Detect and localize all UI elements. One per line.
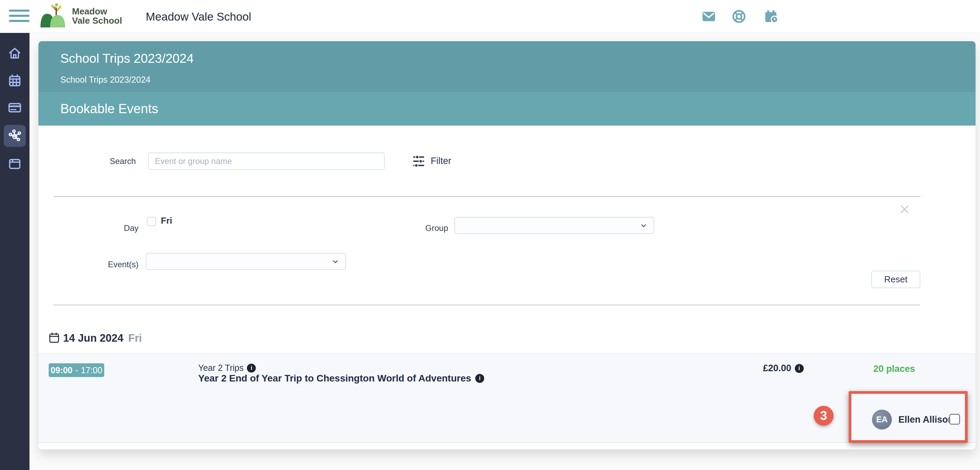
menu-icon[interactable] [9,10,31,25]
filter-sliders-icon [412,154,426,169]
home-icon [7,46,22,61]
reset-button[interactable]: Reset [871,271,920,288]
logo-line1: Meadow [72,7,122,16]
filter-label: Filter [431,156,451,166]
sidebar-item-pages[interactable] [4,153,26,175]
day-fri-label[interactable]: Fri [161,215,172,226]
event-row [38,354,975,443]
sidebar [0,33,30,470]
page-banner: School Trips 2023/2024 School Trips 2023… [38,41,975,92]
day-filter-label: Day [107,223,138,233]
sidebar-item-home[interactable] [4,42,26,64]
chevron-down-icon [638,220,649,231]
sidebar-item-clubs-events[interactable] [4,125,26,147]
events-card: School Trips 2023/2024 School Trips 2023… [38,41,975,449]
info-icon[interactable] [795,364,804,373]
chevron-down-icon [330,256,340,266]
logo-text: Meadow Vale School [72,7,122,27]
messages-icon[interactable] [701,9,716,24]
page-title: Meadow Vale School [146,10,251,23]
event-time-badge: 09:00 - 17:00 [49,363,104,377]
event-group-line: Year 2 Trips [198,363,256,373]
events-filter-label: Event(s) [80,260,138,269]
time-end: 17:00 [81,365,102,375]
search-label: Search [80,156,136,166]
time-separator: - [75,365,78,375]
hub-network-icon [7,128,22,143]
search-input[interactable] [148,152,385,170]
bookings-icon[interactable] [764,9,780,25]
info-icon[interactable] [475,374,484,383]
annotation-step-badge: 3 [814,406,834,426]
time-start: 09:00 [51,365,73,375]
sidebar-item-payments[interactable] [4,97,26,119]
banner-subtitle: School Trips 2023/2024 [60,75,151,85]
logo-hills-tree-icon [40,3,68,27]
group-select[interactable] [454,217,654,234]
event-group-name: Year 2 Trips [198,363,243,373]
event-price: £20.00 [763,363,791,374]
divider [54,196,920,197]
browser-icon [7,156,22,172]
filter-toggle[interactable]: Filter [412,152,451,170]
school-logo: Meadow Vale School [40,3,122,27]
section-title: Bookable Events [60,102,158,116]
help-icon[interactable] [732,9,746,24]
event-date: 14 Jun 2024 [63,332,123,344]
filter-close-button[interactable] [896,201,913,218]
attendee-avatar: EA [872,409,892,430]
banner-title: School Trips 2023/2024 [60,51,194,66]
page: Meadow Vale School Meadow Vale School [0,0,980,470]
app-header: Meadow Vale School Meadow Vale School [0,0,980,33]
sidebar-item-calendar[interactable] [4,70,26,92]
attendee-checkbox[interactable] [949,414,960,425]
section-header: Bookable Events [38,92,975,126]
event-weekday: Fri [128,332,142,344]
attendee-name: Ellen Allison [898,414,954,425]
main-content: School Trips 2023/2024 School Trips 2023… [30,33,980,470]
info-icon[interactable] [247,364,256,373]
event-places: 20 places [873,364,915,374]
close-icon [898,203,911,215]
events-select[interactable] [146,253,346,270]
event-title-line: Year 2 End of Year Trip to Chessington W… [198,373,484,384]
calendar-icon [7,73,22,88]
event-price-line: £20.00 [763,363,804,374]
day-fri-checkbox[interactable] [147,217,156,226]
date-calendar-icon [48,331,60,344]
payments-card-icon [7,100,22,115]
divider [54,304,920,305]
logo-line2: Vale School [72,16,122,25]
event-title: Year 2 End of Year Trip to Chessington W… [198,373,471,384]
group-filter-label: Group [388,223,448,233]
